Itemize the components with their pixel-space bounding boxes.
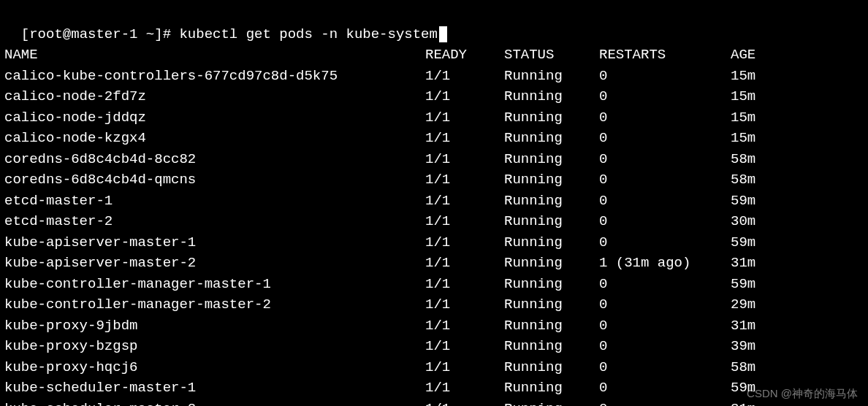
cell-ready: 1/1 [425,66,504,87]
cell-ready: 1/1 [425,107,504,129]
cell-status: Running [504,253,599,274]
table-row: kube-scheduler-master-11/1Running059m [4,378,864,399]
cell-restarts: 0 [599,274,731,295]
table-row: etcd-master-21/1Running030m [4,211,864,232]
cell-ready: 1/1 [425,232,504,253]
cell-ready: 1/1 [425,86,504,107]
cell-ready: 1/1 [425,274,504,295]
cell-ready: 1/1 [425,253,504,274]
cell-age: 59m [731,378,864,399]
cell-status: Running [504,211,599,232]
cell-name: calico-kube-controllers-677cd97c8d-d5k75 [4,66,425,87]
cell-ready: 1/1 [425,191,504,212]
cell-restarts: 0 [599,191,731,212]
cell-name: kube-proxy-bzgsp [4,336,425,357]
cell-name: kube-apiserver-master-1 [4,232,425,253]
cell-name: etcd-master-1 [4,191,425,212]
table-header-row: NAME READY STATUS RESTARTS AGE [4,45,864,66]
cell-age: 31m [731,399,864,407]
cell-name: kube-proxy-hqcj6 [4,357,425,378]
command-prompt-line[interactable]: [root@master-1 ~]# kubectl get pods -n k… [4,3,864,45]
cell-status: Running [504,399,599,407]
cell-name: calico-node-2fd7z [4,86,425,107]
cell-status: Running [504,128,599,149]
cell-restarts: 0 [599,232,731,253]
cell-status: Running [504,274,599,295]
cell-restarts: 0 [599,149,731,170]
cell-age: 58m [731,357,864,378]
cell-restarts: 0 [599,66,731,87]
cell-age: 59m [731,232,864,253]
cell-name: kube-controller-manager-master-2 [4,294,425,315]
cell-restarts: 0 [599,357,731,378]
table-row: calico-kube-controllers-677cd97c8d-d5k75… [4,66,864,87]
cell-status: Running [504,357,599,378]
cell-status: Running [504,378,599,399]
cell-restarts: 0 [599,378,731,399]
cell-ready: 1/1 [425,128,504,149]
cell-name: kube-apiserver-master-2 [4,253,425,274]
cursor-icon [439,26,447,42]
cell-status: Running [504,66,599,87]
cell-name: etcd-master-2 [4,211,425,232]
cell-age: 29m [731,294,864,315]
shell-prompt: [root@master-1 ~]# [21,26,180,42]
table-row: calico-node-kzgx41/1Running015m [4,128,864,149]
command-text: kubectl get pods -n kube-system [179,26,437,42]
cell-ready: 1/1 [425,378,504,399]
table-row: kube-proxy-bzgsp1/1Running039m [4,336,864,357]
cell-status: Running [504,294,599,315]
cell-restarts: 0 [599,128,731,149]
table-row: kube-scheduler-master-21/1Running031m [4,399,864,407]
table-row: etcd-master-11/1Running059m [4,191,864,212]
cell-age: 15m [731,66,864,87]
cell-ready: 1/1 [425,315,504,337]
cell-age: 59m [731,274,864,295]
cell-status: Running [504,336,599,357]
cell-status: Running [504,169,599,191]
cell-name: kube-scheduler-master-1 [4,378,425,399]
cell-restarts: 0 [599,294,731,315]
header-status: STATUS [504,45,599,66]
table-row: kube-apiserver-master-11/1Running059m [4,232,864,253]
cell-restarts: 0 [599,107,731,129]
header-age: AGE [731,45,864,66]
cell-ready: 1/1 [425,336,504,357]
cell-name: coredns-6d8c4cb4d-qmcns [4,169,425,191]
cell-name: calico-node-jddqz [4,107,425,129]
pods-table: NAME READY STATUS RESTARTS AGE calico-ku… [4,45,864,406]
cell-age: 15m [731,86,864,107]
cell-age: 15m [731,107,864,129]
cell-restarts: 0 [599,315,731,337]
table-row: kube-controller-manager-master-21/1Runni… [4,294,864,315]
cell-name: kube-scheduler-master-2 [4,399,425,407]
cell-age: 31m [731,253,864,274]
cell-name: calico-node-kzgx4 [4,128,425,149]
table-row: coredns-6d8c4cb4d-qmcns1/1Running058m [4,169,864,191]
header-restarts: RESTARTS [599,45,731,66]
header-ready: READY [425,45,504,66]
cell-status: Running [504,149,599,170]
cell-ready: 1/1 [425,357,504,378]
cell-ready: 1/1 [425,294,504,315]
cell-age: 58m [731,169,864,191]
cell-ready: 1/1 [425,149,504,170]
table-row: kube-proxy-9jbdm1/1Running031m [4,315,864,337]
cell-status: Running [504,107,599,129]
cell-restarts: 0 [599,399,731,407]
pods-table-body: calico-kube-controllers-677cd97c8d-d5k75… [4,66,864,407]
cell-age: 31m [731,315,864,337]
cell-ready: 1/1 [425,399,504,407]
cell-restarts: 0 [599,86,731,107]
cell-restarts: 1 (31m ago) [599,253,731,274]
cell-age: 59m [731,191,864,212]
cell-name: coredns-6d8c4cb4d-8cc82 [4,149,425,170]
table-row: coredns-6d8c4cb4d-8cc821/1Running058m [4,149,864,170]
cell-age: 58m [731,149,864,170]
cell-status: Running [504,86,599,107]
cell-ready: 1/1 [425,211,504,232]
cell-age: 39m [731,336,864,357]
table-row: kube-apiserver-master-21/1Running1 (31m … [4,253,864,274]
cell-restarts: 0 [599,211,731,232]
table-row: calico-node-2fd7z1/1Running015m [4,86,864,107]
